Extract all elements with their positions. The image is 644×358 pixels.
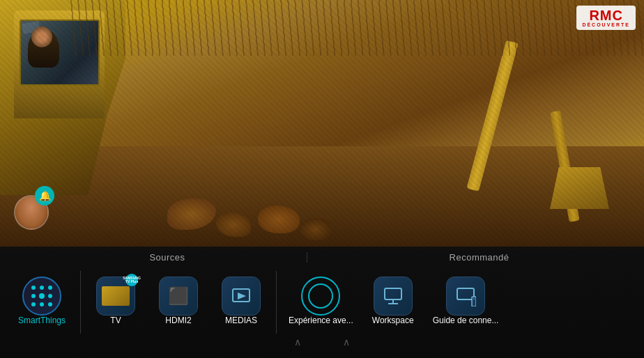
arrow-left: ∧ [294, 336, 301, 348]
workspace-icon [374, 277, 413, 316]
tv-badge: SAMSUNGTV Plus [125, 274, 138, 286]
bottom-bar: Sources Recommandé SmartThings [0, 247, 644, 358]
dot-center [39, 293, 45, 299]
medias-svg [231, 286, 252, 306]
smartthings-label: SmartThings [18, 316, 66, 325]
experience-label: Expérience ave... [289, 316, 353, 325]
dot [31, 302, 36, 306]
experience-inner-circle [308, 283, 333, 309]
hdmi-icon: ⬛ [159, 277, 198, 316]
tv-badge-text: SAMSUNGTV Plus [123, 277, 141, 284]
menu-item-guide[interactable]: Guide de conne... [424, 271, 507, 331]
experience-icon [301, 277, 340, 316]
hdmi2-label: HDMI2 [165, 316, 191, 325]
dot [31, 286, 36, 290]
channel-subtitle: DÉCOUVERTE [582, 22, 630, 27]
sources-recommended-divider [276, 271, 277, 334]
menu-item-workspace[interactable]: Workspace [362, 271, 424, 331]
tv-icon-container: SAMSUNGTV Plus [96, 277, 135, 316]
dot [31, 294, 36, 298]
menu-item-smartthings[interactable]: SmartThings [7, 271, 77, 331]
bottom-arrows: ∧ ∧ [0, 336, 644, 348]
medias-label: MEDIAS [225, 316, 257, 325]
sources-divider-left [80, 271, 81, 334]
channel-name: RMC [582, 8, 630, 22]
sources-label: Sources [35, 252, 300, 263]
tv-label: TV [110, 316, 121, 325]
notification-bubble[interactable]: 🔔 [35, 186, 54, 205]
smartthings-icon [22, 277, 61, 316]
workspace-label: Workspace [372, 316, 414, 325]
hdmi-symbol: ⬛ [168, 286, 189, 306]
menu-item-medias[interactable]: MEDIAS [210, 271, 273, 331]
menu-items-row: SmartThings SAMSUNGTV Plus TV ⬛ HDMI2 [0, 265, 644, 334]
section-labels: Sources Recommandé [0, 247, 644, 265]
svg-rect-6 [472, 297, 476, 306]
notification-icon: 🔔 [39, 190, 51, 201]
menu-item-experience[interactable]: Expérience ave... [280, 271, 362, 331]
dot [48, 294, 52, 298]
channel-logo: RMC DÉCOUVERTE [576, 6, 636, 30]
tv-screen [102, 286, 130, 306]
medias-icon [222, 277, 261, 316]
smartthings-dots [31, 285, 53, 307]
tv-content: RMC DÉCOUVERTE 🔔 [0, 0, 644, 251]
section-divider [307, 252, 307, 263]
dot [40, 302, 44, 306]
dot [48, 286, 52, 290]
menu-item-hdmi2[interactable]: ⬛ HDMI2 [147, 271, 210, 331]
svg-rect-1 [385, 288, 401, 299]
menu-item-tv[interactable]: SAMSUNGTV Plus TV [84, 271, 147, 331]
guide-icon [446, 277, 485, 316]
guide-label: Guide de conne... [433, 316, 499, 325]
recommended-label: Recommandé [314, 252, 644, 263]
arrow-right: ∧ [343, 336, 350, 348]
dot [48, 302, 52, 306]
workspace-svg [383, 286, 404, 306]
dot [40, 286, 44, 290]
guide-svg [455, 286, 476, 306]
